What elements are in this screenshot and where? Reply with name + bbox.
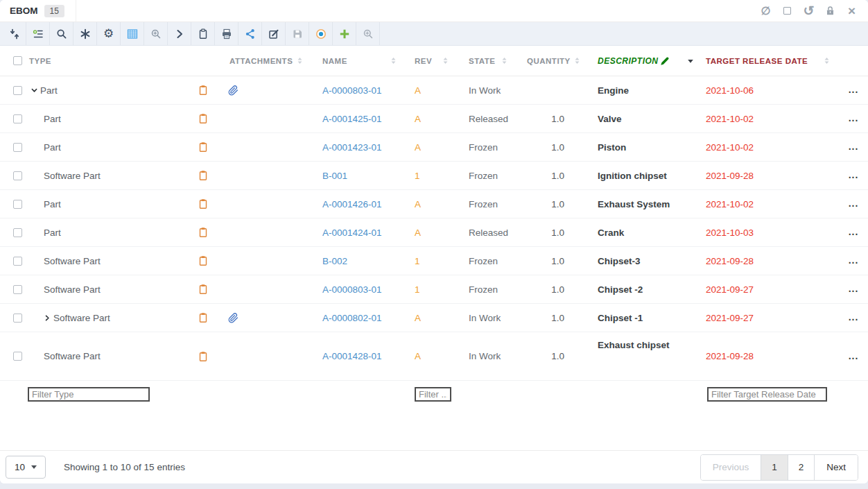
row-menu-button[interactable]: ... [849, 259, 859, 263]
row-checkbox[interactable] [13, 86, 22, 95]
row-checkbox[interactable] [13, 228, 22, 237]
description-value: Exhaust chipset [598, 340, 670, 350]
row-menu-button[interactable]: ... [849, 354, 859, 359]
zoom-search-icon[interactable] [144, 22, 168, 45]
clipboard-icon[interactable] [198, 113, 209, 124]
search-icon[interactable] [50, 22, 73, 45]
tab-ebom[interactable]: EBOM 15 [0, 0, 76, 22]
clipboard-icon[interactable] [198, 284, 209, 295]
rev-value: 1 [415, 171, 420, 181]
column-header-clip [187, 46, 219, 76]
filter-rev-input[interactable] [415, 387, 451, 402]
save-icon[interactable] [286, 22, 309, 45]
clipboard-icon[interactable] [198, 170, 209, 181]
clipboard-icon[interactable] [198, 141, 209, 153]
quantity-value: 1.0 [551, 313, 564, 323]
eye-icon[interactable] [309, 22, 333, 45]
pagination-next-button[interactable]: Next [815, 455, 858, 480]
collapse-icon[interactable] [3, 22, 26, 45]
name-link[interactable]: A-0000803-01 [322, 284, 382, 295]
add-icon[interactable] [333, 22, 356, 45]
row-menu-button[interactable]: ... [849, 202, 859, 206]
row-menu-button[interactable]: ... [849, 230, 859, 234]
name-link[interactable]: A-0001424-01 [322, 228, 382, 238]
asterisk-icon[interactable] [73, 22, 97, 45]
description-value: Crank [598, 228, 624, 238]
row-checkbox[interactable] [13, 200, 22, 209]
target-release-date-value: 2021-09-28 [706, 171, 754, 181]
type-value: Software Part [44, 284, 101, 295]
column-header-state[interactable]: STATE [458, 46, 517, 76]
settings-icon[interactable]: ⚙ [97, 22, 121, 45]
column-header-name[interactable]: NAME [312, 46, 406, 76]
clipboard-icon[interactable] [198, 85, 209, 96]
close-icon[interactable]: × [846, 5, 858, 17]
state-value: Frozen [469, 256, 498, 266]
name-link[interactable]: A-0000803-01 [322, 85, 382, 96]
target-release-date-value: 2021-10-02 [706, 114, 754, 124]
row-menu-button[interactable]: ... [849, 117, 859, 121]
grid-view-icon[interactable] [121, 22, 144, 45]
name-link[interactable]: A-0001423-01 [322, 142, 382, 153]
clipboard-icon[interactable] [198, 255, 209, 266]
column-header-attachments[interactable]: ATTACHMENTS [219, 46, 312, 76]
attachment-paperclip-icon[interactable] [228, 85, 238, 96]
row-checkbox[interactable] [13, 257, 22, 266]
add-row-icon[interactable] [26, 22, 50, 45]
slashed-circle-icon[interactable]: ∅ [760, 5, 772, 17]
name-link[interactable]: A-0001425-01 [322, 114, 382, 124]
undo-icon[interactable]: ↺ [803, 5, 815, 17]
page-size-select[interactable]: 10 [6, 456, 46, 479]
row-checkbox[interactable] [13, 143, 22, 152]
column-header-rev[interactable]: REV [406, 46, 458, 76]
type-value: Software Part [44, 351, 101, 361]
row-checkbox[interactable] [13, 352, 22, 361]
table-row: PartA-0001424-01AReleased1.0Crank2021-10… [0, 218, 868, 247]
row-checkbox[interactable] [13, 171, 22, 180]
state-value: Released [469, 228, 508, 238]
expand-chevron-right-icon[interactable] [44, 314, 51, 322]
expand-chevron-down-icon[interactable] [31, 87, 38, 94]
print-icon[interactable] [215, 22, 238, 45]
description-value: Chipset -1 [598, 313, 643, 323]
quantity-value: 1.0 [551, 351, 564, 361]
filter-type-input[interactable] [28, 387, 150, 402]
name-link[interactable]: B-001 [322, 171, 347, 181]
column-menu-caret-icon[interactable] [683, 46, 700, 76]
lock-icon[interactable] [824, 5, 836, 17]
pagination-page-1-button[interactable]: 1 [761, 455, 788, 480]
chevron-right-icon[interactable] [168, 22, 191, 45]
maximize-icon[interactable] [781, 5, 793, 17]
row-menu-button[interactable]: ... [849, 173, 859, 178]
name-link[interactable]: A-0000802-01 [322, 313, 382, 323]
row-menu-button[interactable]: ... [849, 88, 859, 92]
filter-target-release-date-input[interactable] [707, 387, 827, 402]
name-link[interactable]: A-0001428-01 [322, 351, 382, 361]
name-link[interactable]: B-002 [322, 256, 347, 266]
state-value: Released [469, 114, 508, 124]
clipboard-icon[interactable] [198, 351, 209, 362]
row-menu-button[interactable]: ... [849, 316, 859, 320]
clipboard-icon[interactable] [198, 227, 209, 238]
row-checkbox[interactable] [13, 314, 22, 323]
zoom-in-icon[interactable] [356, 22, 380, 45]
table-body: PartA-0000803-01AIn WorkEngine2021-10-06… [0, 76, 868, 381]
attachment-paperclip-icon[interactable] [228, 313, 238, 323]
name-link[interactable]: A-0001426-01 [322, 199, 382, 209]
row-menu-button[interactable]: ... [849, 287, 859, 291]
row-checkbox[interactable] [13, 285, 22, 294]
column-header-quantity[interactable]: QUANTITY [517, 46, 589, 76]
row-menu-button[interactable]: ... [849, 145, 859, 149]
row-checkbox[interactable] [13, 114, 22, 123]
column-label: REV [415, 57, 432, 65]
pagination-previous-button[interactable]: Previous [701, 455, 762, 480]
clipboard-icon[interactable] [198, 198, 209, 209]
pagination-page-2-button[interactable]: 2 [788, 455, 815, 480]
edit-icon[interactable] [262, 22, 286, 45]
toolbar: ⚙ [0, 22, 868, 46]
clipboard-icon[interactable] [198, 312, 209, 323]
column-header-target[interactable]: TARGET RELEASE DATE [700, 46, 839, 76]
clipboard-icon[interactable] [191, 22, 215, 45]
select-all-checkbox[interactable] [13, 56, 22, 65]
share-icon[interactable] [238, 22, 262, 45]
